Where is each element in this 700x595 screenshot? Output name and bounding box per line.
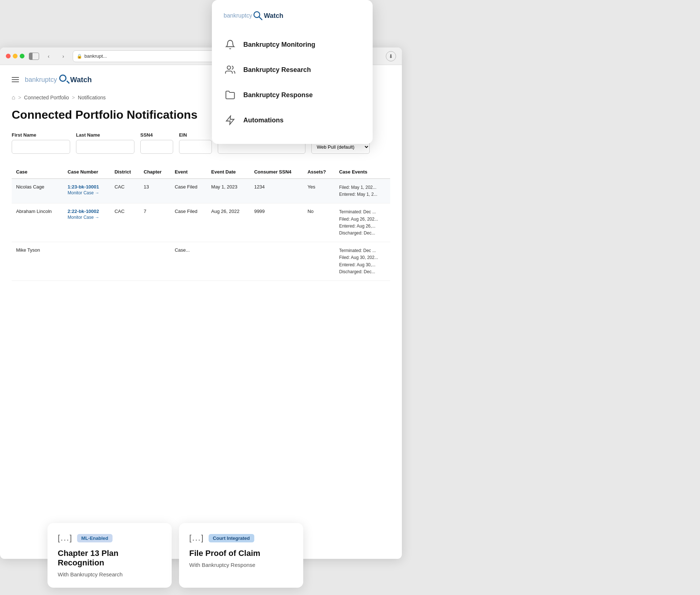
filter-ein: EIN — [179, 132, 212, 154]
bell-icon — [224, 38, 237, 51]
cell-consumer-ssn4: 9999 — [250, 203, 303, 242]
svg-marker-3 — [227, 116, 234, 124]
cell-chapter — [139, 242, 170, 281]
sidebar-toggle-button[interactable] — [29, 53, 39, 60]
cell-event: Case Filed — [170, 203, 207, 242]
case-number-link[interactable]: 2:22-bk-10002 — [68, 209, 106, 214]
cell-district: CAC — [110, 179, 139, 203]
cell-chapter: 7 — [139, 203, 170, 242]
forward-button[interactable]: › — [58, 51, 68, 61]
dd-logo-watch: Watch — [264, 12, 283, 20]
feature-card-desc: With Bankruptcy Response — [189, 562, 293, 568]
breadcrumb-current: Notifications — [78, 95, 106, 100]
card-dots: [...] — [189, 533, 204, 543]
cell-event-date: May 1, 2023 — [207, 179, 250, 203]
download-button[interactable]: ⬇ — [386, 51, 396, 61]
table-row: Mike Tyson Case... Terminated: Dec ...Fi… — [12, 242, 390, 281]
users-icon — [224, 63, 237, 76]
address-text: bankrupt... — [84, 53, 107, 59]
table-header: Case Case Number District Chapter Event … — [12, 165, 390, 179]
feature-card-title: File Proof of Claim — [189, 549, 293, 558]
address-bar[interactable]: 🔒 bankrupt... — [73, 50, 219, 62]
case-events-text: Terminated: Dec ...Filed: Aug 26, 202...… — [339, 209, 386, 237]
feature-card-poc[interactable]: [...] Court Integrated File Proof of Cla… — [179, 523, 303, 588]
menu-item-label-automations: Automations — [243, 117, 284, 124]
cell-event-date — [207, 242, 250, 281]
feature-cards: [...] ML-Enabled Chapter 13 Plan Recogni… — [47, 523, 303, 588]
logo-text-watch: Watch — [70, 76, 92, 84]
col-event-date: Event Date — [207, 165, 250, 179]
breadcrumb-home-icon[interactable]: ⌂ — [12, 94, 15, 101]
menu-item-automations[interactable]: Automations — [224, 108, 361, 132]
first-name-label: First Name — [12, 132, 70, 138]
feature-card-title: Chapter 13 Plan Recognition — [58, 549, 161, 568]
monitor-case-link[interactable]: Monitor Case → — [68, 190, 106, 195]
menu-item-label-response: Bankruptcy Response — [243, 91, 313, 99]
cell-case-events: Terminated: Dec ...Filed: Aug 26, 202...… — [335, 203, 390, 242]
cell-consumer-ssn4 — [250, 242, 303, 281]
hamburger-line — [12, 79, 19, 80]
minimize-button[interactable] — [13, 54, 18, 58]
traffic-lights — [6, 54, 24, 58]
cell-event-date: Aug 26, 2022 — [207, 203, 250, 242]
close-button[interactable] — [6, 54, 11, 58]
col-district: District — [110, 165, 139, 179]
monitor-case-link[interactable]: Monitor Case → — [68, 215, 106, 220]
notifications-table: Case Case Number District Chapter Event … — [12, 165, 390, 281]
cell-event: Case... — [170, 242, 207, 281]
logo-text-bk: bankruptcy — [25, 76, 57, 84]
col-consumer-ssn4: Consumer SSN4 — [250, 165, 303, 179]
cell-chapter: 13 — [139, 179, 170, 203]
dropdown-menu: bankruptcy Watch Bankruptcy Monitoring B… — [212, 0, 373, 144]
cell-consumer-ssn4: 1234 — [250, 179, 303, 203]
cell-case-number: 2:22-bk-10002 Monitor Case → — [63, 203, 110, 242]
ssn4-input[interactable] — [140, 140, 173, 154]
card-dots: [...] — [58, 533, 73, 543]
menu-item-research[interactable]: Bankruptcy Research — [224, 58, 361, 82]
table-body: Nicolas Cage 1:23-bk-10001 Monitor Case … — [12, 179, 390, 281]
logo[interactable]: bankruptcy Watch — [25, 74, 92, 85]
breadcrumb-link-portfolio[interactable]: Connected Portfolio — [24, 95, 69, 100]
ssn4-label: SSN4 — [140, 132, 173, 138]
cell-district — [110, 242, 139, 281]
menu-item-response[interactable]: Bankruptcy Response — [224, 83, 361, 107]
menu-item-monitoring[interactable]: Bankruptcy Monitoring — [224, 33, 361, 57]
svg-point-2 — [227, 66, 231, 69]
feature-card-header: [...] ML-Enabled — [58, 533, 161, 543]
menu-item-label-research: Bankruptcy Research — [243, 66, 311, 74]
hamburger-line — [12, 81, 19, 82]
col-assets: Assets? — [303, 165, 335, 179]
last-name-label: Last Name — [76, 132, 134, 138]
case-events-text: Terminated: Dec ...Filed: Aug 30, 202...… — [339, 247, 386, 275]
col-chapter: Chapter — [139, 165, 170, 179]
table-row: Abraham Lincoln 2:22-bk-10002 Monitor Ca… — [12, 203, 390, 242]
logo-magnifier-icon — [58, 74, 69, 85]
dd-logo-bk: bankruptcy — [224, 12, 252, 19]
ein-input[interactable] — [179, 140, 212, 154]
dd-logo-magnifier-icon — [252, 10, 263, 21]
filter-first-name: First Name — [12, 132, 70, 154]
breadcrumb-sep1: > — [18, 95, 21, 100]
ein-label: EIN — [179, 132, 212, 138]
back-button[interactable]: ‹ — [43, 51, 54, 61]
maximize-button[interactable] — [20, 54, 24, 58]
menu-item-label-monitoring: Bankruptcy Monitoring — [243, 41, 315, 49]
cell-case: Mike Tyson — [12, 242, 63, 281]
bolt-icon — [224, 114, 237, 127]
case-number-link[interactable]: 1:23-bk-10001 — [68, 184, 106, 190]
hamburger-line — [12, 77, 19, 78]
last-name-input[interactable] — [76, 140, 134, 154]
cell-case-events: Filed: May 1, 202...Entered: May 1, 2... — [335, 179, 390, 203]
court-badge: Court Integrated — [209, 534, 254, 542]
cell-case-number — [63, 242, 110, 281]
case-events-text: Filed: May 1, 202...Entered: May 1, 2... — [339, 184, 386, 198]
col-event: Event — [170, 165, 207, 179]
cell-case-events: Terminated: Dec ...Filed: Aug 30, 202...… — [335, 242, 390, 281]
first-name-input[interactable] — [12, 140, 70, 154]
col-case-events: Case Events — [335, 165, 390, 179]
cell-assets: Yes — [303, 179, 335, 203]
feature-card-ch13[interactable]: [...] ML-Enabled Chapter 13 Plan Recogni… — [47, 523, 172, 588]
col-case: Case — [12, 165, 63, 179]
feature-card-header: [...] Court Integrated — [189, 533, 293, 543]
hamburger-menu[interactable] — [12, 77, 19, 82]
